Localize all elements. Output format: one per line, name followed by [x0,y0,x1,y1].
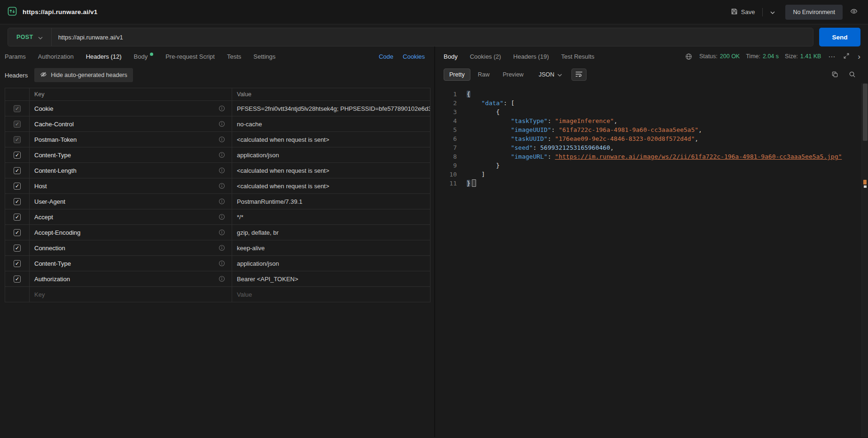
info-icon[interactable] [219,167,225,174]
info-icon[interactable] [219,276,225,282]
header-value[interactable]: <calculated when request is sent> [232,163,430,178]
expand-response-button[interactable] [842,52,851,61]
app-header: https://api.runware.ai/v1 Save No Enviro… [0,0,868,24]
info-icon[interactable] [219,121,225,127]
cookies-link[interactable]: Cookies [403,53,425,60]
header-key-cell[interactable]: Accept-Encoding [30,225,232,240]
header-value[interactable]: keep-alive [232,240,430,256]
line-number: 1 [435,90,457,99]
collapse-panel-button[interactable]: › [857,52,861,61]
headers-table: Key Value ✓CookiePFSESS=2fni0vtt34ntjd5l… [5,88,430,302]
header-key-cell[interactable]: Content-Type [30,147,232,163]
chevron-down-icon [38,33,43,41]
response-tab-test-results[interactable]: Test Results [561,53,594,60]
header-key: Authorization [34,276,70,283]
info-icon[interactable] [219,183,225,189]
header-row-checkbox[interactable]: ✓ [14,152,21,159]
info-icon[interactable] [219,214,225,220]
view-tab-raw[interactable]: Raw [472,69,495,81]
response-scrollbar[interactable] [861,83,868,437]
key-column-header: Key [30,88,232,101]
request-tab-settings[interactable]: Settings [253,53,275,60]
http-request-icon [8,7,17,18]
header-row: ✓Content-Typeapplication/json [5,256,430,271]
header-value[interactable]: <calculated when request is sent> [232,132,430,147]
response-tab-headers-19[interactable]: Headers (19) [513,53,549,60]
format-dropdown[interactable]: JSON [535,69,566,81]
info-icon[interactable] [219,105,225,112]
eye-off-icon [40,71,47,79]
header-key-cell[interactable]: Authorization [30,271,232,287]
header-row-checkbox[interactable]: ✓ [14,121,21,128]
response-url-link[interactable]: "https://im.runware.ai/image/ws/2/ii/61f… [555,153,842,160]
url-input[interactable] [52,34,813,41]
code-link[interactable]: Code [379,53,393,60]
request-tab-authorization[interactable]: Authorization [38,53,74,60]
request-tab-body[interactable]: Body [134,53,154,60]
header-value[interactable]: Bearer <API_TOKEN> [232,271,430,287]
header-key: Cache-Control [34,121,74,128]
code-line: 5 "imageUUID": "61fa722c-196a-4981-9a60-… [435,125,868,134]
header-value[interactable]: application/json [232,256,430,271]
header-value[interactable]: PostmanRuntime/7.39.1 [232,194,430,209]
request-tab-tests[interactable]: Tests [227,53,241,60]
request-tab-headers-12[interactable]: Headers (12) [86,53,122,60]
copy-response-button[interactable] [830,70,839,80]
info-icon[interactable] [219,198,225,205]
header-value[interactable]: no-cache [232,116,430,132]
view-tab-pretty[interactable]: Pretty [444,69,470,81]
environment-selector[interactable]: No Environment [785,5,843,20]
request-tab-pre-request-script[interactable]: Pre-request Script [165,53,215,60]
header-row-checkbox[interactable]: ✓ [14,198,21,205]
header-row-checkbox[interactable]: ✓ [14,136,21,143]
view-tab-preview[interactable]: Preview [497,69,529,81]
header-key-cell[interactable]: Accept [30,209,232,225]
header-row-checkbox[interactable]: ✓ [14,245,21,252]
header-row-checkbox[interactable]: ✓ [14,105,21,112]
header-key: Content-Length [34,167,77,174]
info-icon[interactable] [219,229,225,236]
header-value[interactable]: PFSESS=2fni0vtt34ntjd5lv28htsek4g; PHPSE… [232,101,430,116]
header-key-cell[interactable]: Cookie [30,101,232,116]
headers-toolbar: Headers Hide auto-generated headers [0,66,434,87]
request-tab-params[interactable]: Params [5,53,26,60]
header-value[interactable]: application/json [232,147,430,163]
header-key-cell[interactable]: Postman-Token [30,132,232,147]
environment-quicklook-button[interactable] [847,6,860,18]
new-header-value-placeholder[interactable]: Value [232,287,430,302]
header-key-cell[interactable]: Content-Length [30,163,232,178]
method-dropdown[interactable]: POST [8,28,51,46]
header-row: ✓Accept*/* [5,209,430,225]
info-icon[interactable] [219,152,225,158]
hide-auto-headers-button[interactable]: Hide auto-generated headers [34,68,133,82]
header-key-cell[interactable]: Connection [30,240,232,256]
header-key-cell[interactable]: Cache-Control [30,116,232,132]
header-key-cell[interactable]: Host [30,178,232,194]
new-header-key-cell[interactable]: Key [30,287,232,302]
scrollbar-thumb[interactable] [863,84,868,141]
header-value[interactable]: <calculated when request is sent> [232,178,430,194]
save-button[interactable]: Save [728,6,758,18]
header-value[interactable]: gzip, deflate, br [232,225,430,240]
info-icon[interactable] [219,260,225,267]
wrap-text-button[interactable] [571,69,586,81]
save-options-chevron[interactable] [767,7,778,17]
status-indicator: Status: 200 OK [699,53,740,60]
header-row-checkbox[interactable]: ✓ [14,260,21,267]
header-key-cell[interactable]: Content-Type [30,256,232,271]
info-icon[interactable] [219,136,225,143]
header-value[interactable]: */* [232,209,430,225]
header-row-checkbox[interactable]: ✓ [14,229,21,236]
header-key-cell[interactable]: User-Agent [30,194,232,209]
header-row-checkbox[interactable]: ✓ [14,214,21,221]
info-icon[interactable] [219,245,225,251]
search-response-button[interactable] [848,70,857,80]
environment-quicklook-icon [850,8,858,16]
response-tab-cookies-2[interactable]: Cookies (2) [470,53,501,60]
response-tab-body[interactable]: Body [444,53,458,60]
more-actions-button[interactable]: ⋯ [827,52,836,61]
send-button[interactable]: Send [819,28,860,46]
header-row-checkbox[interactable]: ✓ [14,183,21,190]
header-row-checkbox[interactable]: ✓ [14,276,21,283]
header-row-checkbox[interactable]: ✓ [14,167,21,174]
